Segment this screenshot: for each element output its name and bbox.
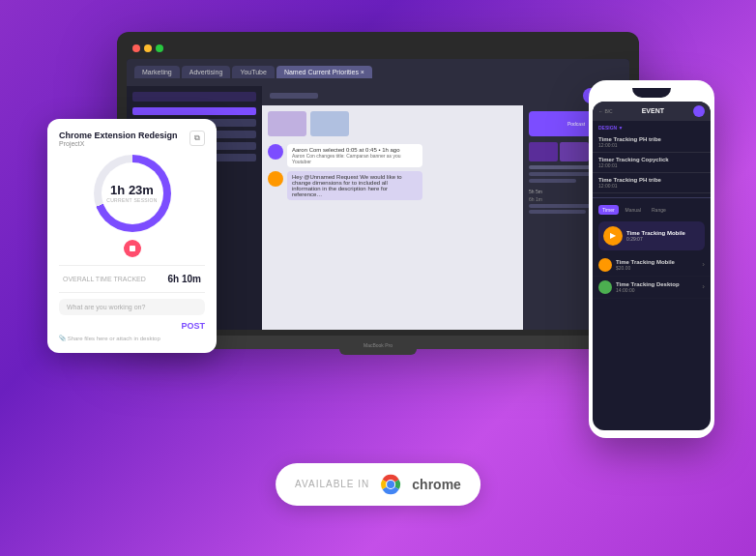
ext-timer: 1h 23m CURRENT SESSION xyxy=(59,155,205,257)
timer-circle: 1h 23m CURRENT SESSION xyxy=(94,155,171,232)
active-dot: ▶ xyxy=(603,226,623,246)
recent-dot-1 xyxy=(598,258,612,272)
sidebar-item-1[interactable] xyxy=(132,107,256,115)
overall-time: 6h 10m xyxy=(168,274,201,284)
chrome-badge-prefix: AVAILABLE IN xyxy=(295,479,369,489)
avatar-2 xyxy=(268,171,283,187)
phone-list-item-1[interactable]: Time Tracking PH tribe 12:00:01 xyxy=(593,132,711,153)
mobile-phone: ← B/C EVENT Design ▼ Time Tracking PH tr… xyxy=(589,80,714,438)
stop-icon xyxy=(130,246,135,251)
post-button[interactable]: POST xyxy=(181,321,205,331)
chat-bubble-1: Aaron Com selected 0:05 at 0:45 • 1h ago… xyxy=(287,144,422,167)
ext-overall: OVERALL TIME TRACKED 6h 10m xyxy=(59,274,205,284)
browser-tab-advertising[interactable]: Advertising xyxy=(182,66,231,78)
phone-recent-1[interactable]: Time Tracking Mobile $20.00 › xyxy=(593,254,711,277)
chat-bubble-2: Hey @Unnamed Request We would like to ch… xyxy=(287,171,422,200)
ext-note-input[interactable]: What are you working on? xyxy=(59,299,205,315)
browser-tab-marketing[interactable]: Marketing xyxy=(134,66,180,78)
timer-time: 1h 23m xyxy=(110,183,154,197)
ext-header: Chrome Extension Redesign ProjectX ⧉ xyxy=(59,131,205,147)
browser-main-header xyxy=(262,86,629,105)
divider-2 xyxy=(59,292,205,293)
item-arrow-2: › xyxy=(702,282,705,291)
browser-tabs: Marketing Advertising YouTube Named Curr… xyxy=(134,66,622,78)
ext-title-group: Chrome Extension Redesign ProjectX xyxy=(59,131,178,147)
item-arrow-1: › xyxy=(702,260,705,269)
phone-notch xyxy=(632,88,671,98)
avatar-1 xyxy=(268,144,283,160)
tab-timer[interactable]: Timer xyxy=(598,205,619,215)
tab-manual[interactable]: Manual xyxy=(622,205,645,215)
extension-popup: Chrome Extension Redesign ProjectX ⧉ 1h … xyxy=(47,119,217,353)
phone-list-item-2[interactable]: Timer Tracking Copyclick 12:00:01 xyxy=(593,153,711,173)
scene-container: Marketing Advertising YouTube Named Curr… xyxy=(30,22,726,535)
ext-project: ProjectX xyxy=(59,140,178,147)
phone-screen: ← B/C EVENT Design ▼ Time Tracking PH tr… xyxy=(593,102,711,430)
ext-share-text: 📎 Share files here or attach in desktop xyxy=(59,335,205,341)
phone-recent-2[interactable]: Time Tracking Desktop 14:00:00 › xyxy=(593,277,711,299)
ext-title: Chrome Extension Redesign xyxy=(59,131,178,140)
browser-tab-active[interactable]: Named Current Priorities × xyxy=(276,66,372,78)
traffic-light-red[interactable] xyxy=(132,44,140,52)
phone-header-title: EVENT xyxy=(642,107,664,114)
phone-header: ← B/C EVENT xyxy=(593,102,711,121)
stop-button[interactable] xyxy=(124,240,141,257)
chrome-badge-label: chrome xyxy=(412,477,461,492)
chat-area: Aaron Com selected 0:05 at 0:45 • 1h ago… xyxy=(262,105,523,330)
phone-list-item-3[interactable]: Time Tracking PH tribe 12:00:01 xyxy=(593,173,711,193)
traffic-light-green[interactable] xyxy=(156,44,163,52)
browser-main: Aaron Com selected 0:05 at 0:45 • 1h ago… xyxy=(262,86,629,330)
tab-range[interactable]: Range xyxy=(648,205,670,215)
chrome-icon xyxy=(377,471,404,498)
recent-dot-2 xyxy=(598,280,612,294)
browser-tab-youtube[interactable]: YouTube xyxy=(232,66,275,78)
timer-session-label: CURRENT SESSION xyxy=(106,197,157,203)
active-tracking-item: ▶ Time Tracking Mobile 0:29:07 xyxy=(598,221,705,250)
overall-label: OVERALL TIME TRACKED xyxy=(63,276,146,282)
divider-1 xyxy=(59,265,205,266)
traffic-lights xyxy=(127,42,629,55)
active-item-info: Time Tracking Mobile 0:29:07 xyxy=(626,230,685,242)
phone-tabs: Timer Manual Range xyxy=(593,202,711,218)
phone-section-label: Design ▼ xyxy=(593,121,711,132)
timer-inner: 1h 23m CURRENT SESSION xyxy=(102,162,163,224)
browser-bar: Marketing Advertising YouTube Named Curr… xyxy=(127,59,629,86)
chat-message-2: Hey @Unnamed Request We would like to ch… xyxy=(268,171,517,200)
chat-message-1: Aaron Com selected 0:05 at 0:45 • 1h ago… xyxy=(268,144,517,167)
traffic-light-yellow[interactable] xyxy=(144,44,152,52)
svg-point-2 xyxy=(387,481,394,488)
laptop-stand xyxy=(339,349,417,355)
chrome-logo-svg xyxy=(377,471,404,498)
chrome-badge[interactable]: AVAILABLE IN chrome xyxy=(276,463,480,506)
browser-main-body: Aaron Com selected 0:05 at 0:45 • 1h ago… xyxy=(262,105,629,330)
phone-header-icon[interactable] xyxy=(693,105,705,117)
ext-window-icon[interactable]: ⧉ xyxy=(189,131,205,146)
